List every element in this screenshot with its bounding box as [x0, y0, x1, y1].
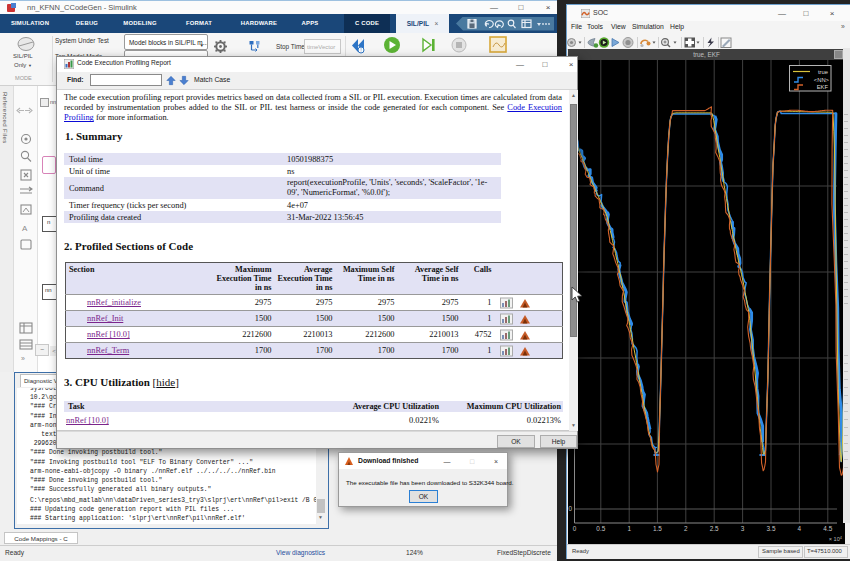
svg-text:1.5: 1.5: [653, 525, 662, 532]
svg-text:3: 3: [741, 525, 745, 532]
svg-text:»: »: [21, 355, 25, 362]
svg-text:× 104: × 104: [829, 535, 843, 542]
svg-text:4: 4: [798, 525, 802, 532]
svg-text:0: 0: [573, 525, 577, 532]
svg-text:4.5: 4.5: [823, 525, 832, 532]
svg-text:A: A: [22, 224, 28, 233]
svg-text:1: 1: [627, 525, 631, 532]
svg-text:2.5: 2.5: [710, 525, 719, 532]
svg-text:3.5: 3.5: [767, 525, 776, 532]
svg-text:<NN>: <NN>: [814, 77, 830, 83]
svg-text:!: !: [360, 47, 361, 53]
svg-text:EKF: EKF: [817, 84, 829, 90]
svg-text:2: 2: [684, 525, 688, 532]
svg-text:0: 0: [568, 505, 572, 512]
svg-text:true: true: [818, 69, 828, 75]
svg-text:0.5: 0.5: [596, 525, 605, 532]
